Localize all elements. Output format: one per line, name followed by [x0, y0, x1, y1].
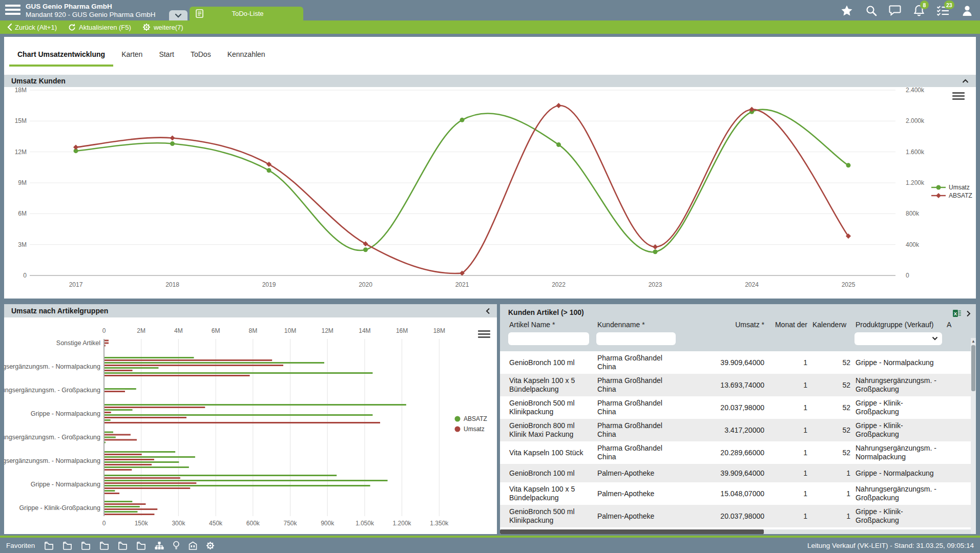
favorite-folder-icon[interactable]: [136, 541, 146, 550]
artikelgruppen-bar-chart: 002M150k4M300k6M450k8M600k10M750k12M900k…: [4, 317, 497, 534]
tab-karten[interactable]: Karten: [113, 50, 151, 67]
more-actions-button[interactable]: weitere(7): [142, 23, 183, 31]
app-title-block: GUS Genio Pharma GmbH Mandant 920 - GUS …: [26, 2, 156, 19]
svg-text:16M: 16M: [396, 327, 408, 334]
tab-chart-umsatzentwicklung[interactable]: Chart Umsatzentwicklung: [9, 50, 113, 67]
table-cell: 13.693,74000: [682, 378, 768, 392]
favorite-folder-icon[interactable]: [62, 541, 72, 550]
favorites-button[interactable]: [840, 4, 853, 17]
table-cell: 3.417,20000: [682, 423, 768, 437]
table-vertical-scrollbar[interactable]: ▲: [971, 338, 976, 534]
settings-gear-icon[interactable]: [206, 541, 215, 550]
tab-kennzahlen[interactable]: Kennzahlen: [219, 50, 274, 67]
table-cell: 39.909,64000: [682, 466, 768, 480]
back-button[interactable]: Zurück (Alt+1): [7, 24, 57, 31]
svg-text:0: 0: [102, 327, 106, 334]
line-chart-menu-icon[interactable]: [952, 92, 965, 100]
table-cell: Palmen-Apotheke: [596, 466, 682, 480]
favorite-folder-icon[interactable]: [44, 541, 54, 550]
svg-text:9M: 9M: [18, 179, 27, 186]
table-cell: 20.289,66000: [682, 446, 768, 460]
column-header-3[interactable]: Umsatz *: [682, 320, 768, 330]
table-row[interactable]: GenioBronch 800 ml Klinik Maxi PackungPh…: [500, 419, 976, 441]
user-icon: [962, 5, 973, 16]
produktgruppe-filter-select[interactable]: [854, 332, 942, 345]
table-cell: 20.037,98000: [682, 401, 768, 415]
kundenname-filter-input[interactable]: [596, 332, 676, 345]
svg-text:18M: 18M: [433, 327, 445, 334]
artikel-name-filter-input[interactable]: [508, 332, 589, 345]
column-header-1[interactable]: Artikel Name *: [508, 320, 596, 330]
table-cell: 1: [768, 487, 811, 501]
tab-start[interactable]: Start: [151, 50, 182, 67]
table-row[interactable]: Vita Kapseln 100 x 5 BündelpackungPharma…: [500, 374, 976, 396]
notifications-button[interactable]: 8: [912, 4, 926, 17]
svg-text:0: 0: [906, 272, 909, 279]
table-cell: Vita Kapseln 100 x 5 Bündelpackung: [508, 482, 596, 505]
task-badge: 23: [944, 1, 954, 9]
svg-text:3M: 3M: [18, 241, 27, 248]
table-row[interactable]: GenioBronch 500 ml KlinikpackungPharma G…: [500, 396, 976, 419]
column-header-7[interactable]: A: [946, 320, 976, 330]
svg-text:2M: 2M: [137, 327, 145, 334]
table-cell: Nahrungsergänzungsm. - Normalpackung: [854, 441, 946, 464]
table-row[interactable]: Vita Kapseln 100 StückPharma Großhandel …: [500, 441, 976, 464]
building-icon[interactable]: [189, 541, 197, 550]
lightbulb-icon[interactable]: [173, 541, 180, 550]
sitemap-icon[interactable]: [155, 541, 164, 550]
svg-text:Grippe - Normalpackung: Grippe - Normalpackung: [31, 481, 100, 488]
favorite-folder-icon[interactable]: [81, 541, 91, 550]
svg-text:14M: 14M: [359, 327, 370, 334]
table-cell: Grippe - Klinik-Großpackung: [854, 419, 946, 441]
refresh-button[interactable]: Aktualisieren (F5): [68, 24, 131, 31]
chevron-down-icon: [932, 336, 938, 341]
svg-text:0: 0: [23, 272, 27, 279]
tasks-button[interactable]: 23: [936, 4, 950, 17]
table-row[interactable]: GenioBronch 500 ml KlinikpackungPalmen-A…: [500, 505, 976, 527]
chevron-left-icon: [486, 308, 490, 314]
svg-text:1.200k: 1.200k: [906, 179, 925, 186]
column-header-2[interactable]: Kundenname *: [596, 320, 682, 330]
table-cell: Pharma Großhandel China: [596, 396, 682, 419]
main-menu-icon[interactable]: [5, 5, 20, 16]
collapse-left-button[interactable]: [486, 308, 490, 314]
top-app-bar: GUS Genio Pharma GmbH Mandant 920 - GUS …: [0, 0, 980, 20]
svg-text:6M: 6M: [212, 327, 220, 334]
export-excel-button[interactable]: X: [953, 309, 962, 317]
table-row[interactable]: GenioBronch 100 mlPalmen-Apotheke39.909,…: [500, 464, 976, 482]
table-cell: 52: [811, 446, 854, 460]
messages-button[interactable]: [888, 4, 902, 17]
svg-text:Nahrungsergänzungsm. - Normalp: Nahrungsergänzungsm. - Normalpackung: [4, 363, 100, 370]
svg-text:12M: 12M: [15, 148, 27, 156]
svg-text:Umsatz: Umsatz: [949, 184, 970, 191]
scroll-up-icon[interactable]: ▲: [971, 338, 976, 344]
column-header-4[interactable]: Monat der: [768, 320, 811, 330]
favorite-folder-icon[interactable]: [99, 541, 109, 550]
user-button[interactable]: [961, 4, 974, 17]
bar-chart-menu-icon[interactable]: [478, 330, 490, 338]
topbar-icon-cluster: 8 23: [840, 0, 974, 20]
search-button[interactable]: [864, 4, 878, 17]
search-icon: [865, 5, 877, 16]
tab-todo-liste[interactable]: ToDo-Liste: [190, 7, 303, 20]
table-horizontal-scrollbar[interactable]: [500, 529, 971, 534]
collapse-panel-button[interactable]: [962, 79, 969, 83]
table-row[interactable]: Vita Kapseln 100 x 5 BündelpackungPalmen…: [500, 482, 976, 505]
umsatz-kunden-line-chart: 18M2.400k15M2.000k12M1.600k9M1.200k6M800…: [4, 87, 976, 299]
table-cell: 1: [768, 378, 811, 392]
svg-text:2019: 2019: [262, 281, 276, 288]
column-header-5[interactable]: Kalenderw: [811, 320, 854, 330]
table-cell: 1: [768, 401, 811, 415]
column-header-6[interactable]: Produktgruppe (Verkauf): [854, 320, 946, 330]
svg-text:Umsatz: Umsatz: [464, 426, 485, 433]
table-cell: 52: [811, 378, 854, 392]
svg-text:Grippe - Normalpackung: Grippe - Normalpackung: [31, 410, 100, 417]
table-cell: 1: [768, 509, 811, 523]
expand-right-button[interactable]: [967, 310, 971, 317]
favoriten-label: Favoriten: [6, 542, 35, 549]
table-cell: 1: [811, 509, 854, 523]
table-row[interactable]: GenioBronch 100 mlPharma Großhandel Chin…: [500, 351, 976, 374]
favorite-folder-icon[interactable]: [118, 541, 128, 550]
tab-todos[interactable]: ToDos: [182, 50, 219, 67]
tab-dropdown-button[interactable]: [169, 10, 187, 20]
